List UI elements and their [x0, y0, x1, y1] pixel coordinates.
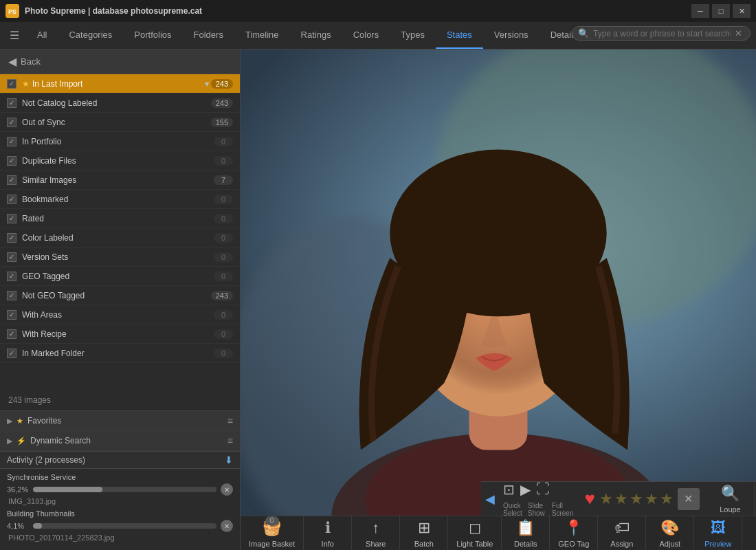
favorites-panel[interactable]: ▶ ★ Favorites ≡: [0, 411, 240, 431]
filter-checkbox[interactable]: ✓: [7, 175, 16, 185]
filter-checkbox[interactable]: ✓: [7, 233, 16, 243]
rating-section: ⊡ ▶ ⛶ Quick Select Slide Show Full Scree…: [499, 481, 578, 517]
thumbnail-filename: PHOTO_20170114_225823.jpg: [7, 534, 233, 542]
favorites-rating-area: ♥ ★ ★ ★ ★ ★ ✕: [578, 488, 707, 510]
filter-count: 0: [214, 349, 233, 358]
minimize-button[interactable]: ─: [691, 4, 709, 18]
tab-states[interactable]: States: [436, 22, 483, 49]
filter-checkbox[interactable]: ✓: [7, 118, 16, 127]
filter-item-geo-tagged[interactable]: ✓ GEO Tagged 0: [0, 267, 240, 286]
details-button[interactable]: 📋 Details: [502, 515, 550, 551]
adjust-button[interactable]: 🎨 Adjust: [646, 515, 694, 551]
filter-checkbox[interactable]: ✓: [7, 349, 16, 358]
filter-item-not-catalog-labeled[interactable]: ✓ Not Catalog Labeled 243: [0, 94, 240, 113]
geo-tag-button[interactable]: 📍 GEO Tag: [550, 515, 598, 551]
tab-colors[interactable]: Colors: [342, 22, 390, 49]
photo-display: [241, 50, 756, 550]
back-button[interactable]: ◀ Back: [0, 50, 240, 74]
light-table-icon: ◻: [469, 519, 481, 537]
filter-item-duplicate-files[interactable]: ✓ Duplicate Files 0: [0, 151, 240, 170]
filter-item-with-areas[interactable]: ✓ With Areas 0: [0, 305, 240, 324]
filter-item-not-geo-tagged[interactable]: ✓ Not GEO Tagged 243: [0, 286, 240, 305]
full-screen-icon[interactable]: ⛶: [536, 481, 550, 497]
nav-menu-button[interactable]: ☰: [3, 22, 26, 49]
share-button[interactable]: ↑ Share: [352, 515, 400, 551]
filter-item-rated[interactable]: ✓ Rated 0: [0, 209, 240, 228]
star-1[interactable]: ★: [599, 490, 613, 508]
image-back-icon[interactable]: ◀: [485, 492, 495, 507]
filter-checkbox[interactable]: ✓: [7, 195, 16, 204]
image-basket-button[interactable]: 0 🧺 Image Basket: [241, 515, 304, 551]
tab-all[interactable]: All: [26, 22, 58, 49]
menu-icon[interactable]: ≡: [227, 415, 233, 426]
batch-button[interactable]: ⊞ Batch: [400, 515, 448, 551]
filter-checkbox[interactable]: ✓: [7, 156, 16, 166]
filter-checkbox[interactable]: ✓: [7, 329, 16, 339]
maximize-button[interactable]: □: [712, 4, 730, 18]
filter-item-in-last-import[interactable]: ✓ ★ In Last Import ▼ 243: [0, 74, 240, 94]
filter-checkbox[interactable]: ✓: [7, 252, 16, 262]
star-2[interactable]: ★: [614, 490, 628, 508]
portrait-svg: [241, 50, 756, 550]
tab-versions[interactable]: Versions: [483, 22, 540, 49]
thumbnail-cancel-button[interactable]: ✕: [221, 520, 233, 532]
tab-portfolios[interactable]: Portfolios: [123, 22, 182, 49]
tab-ratings[interactable]: Ratings: [290, 22, 342, 49]
heart-icon[interactable]: ♥: [585, 488, 595, 509]
thumbnail-pct: 4,1%: [7, 522, 29, 530]
filter-item-color-labeled[interactable]: ✓ Color Labeled 0: [0, 228, 240, 248]
bottom-row-toolbar: 0 🧺 Image Basket ℹ Info ↑ Share ⊞ Batch …: [241, 516, 756, 550]
view-tools: 🔍 Loupe ▣ Areas ⊕ Zoom ⚙ Options: [707, 481, 756, 518]
rating-top-row: ⊡ ▶ ⛶: [503, 481, 574, 498]
filter-list: ✓ ★ In Last Import ▼ 243 ✓ Not Catalog L…: [0, 74, 240, 390]
filter-item-similar-images[interactable]: ✓ Similar Images 7: [0, 170, 240, 190]
sync-cancel-button[interactable]: ✕: [221, 483, 233, 496]
filter-checkbox[interactable]: ✓: [7, 98, 16, 108]
reject-button[interactable]: ✕: [678, 488, 700, 510]
star-3[interactable]: ★: [630, 490, 643, 508]
filter-item-in-portfolio[interactable]: ✓ In Portfolio 0: [0, 132, 240, 151]
close-button[interactable]: ✕: [733, 4, 751, 18]
progress-section: Synchronise Service 36,2% ✕ IMG_3183.jpg…: [0, 469, 240, 550]
search-input[interactable]: [593, 29, 731, 38]
filter-item-with-recipe[interactable]: ✓ With Recipe 0: [0, 324, 240, 344]
filter-checkbox[interactable]: ✓: [7, 214, 16, 223]
dynamic-search-panel[interactable]: ▶ ⚡ Dynamic Search ≡: [0, 431, 240, 451]
tab-types[interactable]: Types: [390, 22, 436, 49]
filter-item-bookmarked[interactable]: ✓ Bookmarked 0: [0, 190, 240, 209]
tab-timeline[interactable]: Timeline: [234, 22, 290, 49]
tab-categories[interactable]: Categories: [58, 22, 123, 49]
info-button[interactable]: ℹ Info: [304, 515, 352, 551]
sync-progress-item: Synchronise Service 36,2% ✕ IMG_3183.jpg: [7, 473, 233, 505]
filter-label: Bookmarked: [22, 195, 214, 204]
filter-item-in-marked-folder[interactable]: ✓ In Marked Folder 0: [0, 344, 240, 363]
filter-count: 243: [211, 79, 233, 89]
assign-button[interactable]: 🏷 Assign: [598, 515, 646, 551]
filter-checkbox[interactable]: ✓: [7, 291, 16, 300]
filter-checkbox[interactable]: ✓: [7, 79, 16, 89]
star-4[interactable]: ★: [645, 490, 658, 508]
filter-count: 0: [214, 195, 233, 204]
preview-button[interactable]: 🖼 Preview: [694, 515, 742, 551]
filter-label: In Portfolio: [22, 137, 214, 146]
tab-folders[interactable]: Folders: [183, 22, 234, 49]
search-clear-icon[interactable]: ✕: [735, 28, 742, 38]
slide-show-icon[interactable]: ▶: [520, 481, 531, 498]
filter-item-version-sets[interactable]: ✓ Version Sets 0: [0, 248, 240, 267]
filter-checkbox[interactable]: ✓: [7, 137, 16, 146]
loupe-button[interactable]: 🔍 Loupe: [707, 481, 755, 518]
menu-icon[interactable]: ≡: [227, 435, 233, 446]
batch-icon: ⊞: [418, 519, 430, 537]
sync-label: Synchronise Service: [7, 473, 233, 481]
activity-down-icon[interactable]: ⬇: [225, 454, 233, 465]
star-rating: ★ ★ ★ ★ ★: [599, 490, 674, 508]
filter-checkbox[interactable]: ✓: [7, 310, 16, 320]
filter-item-out-of-sync[interactable]: ✓ Out of Sync 155: [0, 113, 240, 132]
star-5[interactable]: ★: [660, 490, 674, 508]
loupe-icon: 🔍: [721, 485, 740, 503]
filter-checkbox[interactable]: ✓: [7, 272, 16, 281]
light-table-button[interactable]: ◻ Light Table: [448, 515, 502, 551]
filter-count: 0: [214, 329, 233, 339]
sidebar-bottom: ▶ ★ Favorites ≡ ▶ ⚡ Dynamic Search ≡ Act…: [0, 410, 240, 550]
quick-select-icon[interactable]: ⊡: [503, 481, 515, 498]
